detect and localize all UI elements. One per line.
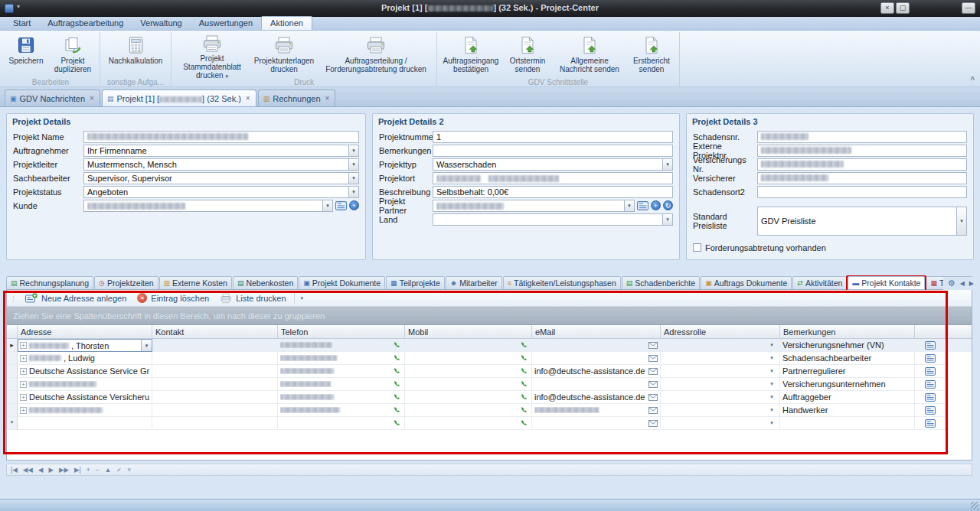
column-header-telefon[interactable]: Telefon — [278, 325, 405, 338]
add-record-icon[interactable]: + — [651, 200, 661, 210]
cell-adresse[interactable] — [18, 417, 152, 430]
contact-card-icon[interactable] — [925, 367, 936, 376]
versicherer-input[interactable] — [757, 172, 967, 184]
ribbon-collapse-icon[interactable]: ^ — [970, 76, 975, 84]
expand-icon[interactable]: + — [20, 407, 27, 414]
restore-button[interactable]: ▢ — [896, 2, 910, 14]
cell-kontakt[interactable] — [152, 339, 278, 352]
expand-icon[interactable]: + — [20, 381, 27, 388]
print-list-button[interactable]: Liste drucken — [215, 291, 290, 305]
dropdown-icon[interactable]: ▾ — [348, 145, 358, 156]
tab-contacts[interactable]: ▬Projekt Kontakte — [848, 276, 925, 290]
navigator-button[interactable]: ◀ — [38, 466, 44, 474]
ortstermin-button[interactable]: Ortstermin senden — [502, 32, 553, 78]
cell-email[interactable]: info@deutsche-assistance.de — [532, 365, 661, 378]
cell-email[interactable] — [532, 339, 661, 352]
dropdown-icon[interactable]: ▾ — [766, 368, 777, 374]
gear-icon[interactable]: ⚙ — [948, 278, 956, 288]
cell-mobil[interactable] — [405, 417, 532, 430]
tab-reports[interactable]: ▤Schadenberichte — [622, 276, 700, 290]
cell-adressrolle[interactable]: ▾ — [661, 339, 780, 352]
tab-documents[interactable]: ▣Projekt Dokumente — [299, 276, 385, 290]
cell-bemerkungen[interactable]: Versicherungsunternehmen — [780, 378, 915, 391]
duplicate-project-button[interactable]: Projekt duplizieren — [48, 32, 97, 78]
standard-preisliste-input[interactable]: GDV Preisliste▾ — [757, 207, 967, 236]
dropdown-icon[interactable]: ▾ — [766, 394, 777, 400]
column-header-adressrolle[interactable]: Adressrolle — [661, 325, 780, 338]
cell-email[interactable] — [532, 417, 661, 430]
minimize-button[interactable]: — — [962, 2, 975, 14]
expand-icon[interactable]: + — [20, 355, 27, 362]
phone-icon[interactable] — [521, 341, 529, 350]
contact-card-icon[interactable] — [637, 201, 648, 210]
tab-activities[interactable]: ⇄Aktivitäten — [792, 276, 847, 290]
projekttyp-input[interactable]: Wasserschaden▾ — [433, 158, 673, 171]
cell-bemerkungen[interactable] — [780, 417, 915, 430]
cell-bemerkungen[interactable]: Partnerregulierer — [780, 365, 915, 378]
forderungsabtretung-checkbox[interactable] — [693, 243, 701, 252]
cell-kontakt[interactable] — [152, 365, 278, 378]
cell-mobil[interactable] — [405, 378, 532, 391]
contact-row[interactable]: +Deutsche Assistance Versicheru, ng AGin… — [7, 391, 972, 404]
close-icon[interactable]: × — [90, 94, 94, 103]
dropdown-icon[interactable]: ▾ — [766, 407, 777, 413]
cell-kontakt[interactable] — [152, 391, 278, 404]
beschreibung-input[interactable]: Selbstbehalt: 0,00€ — [433, 186, 673, 198]
toolbar-dropdown-icon[interactable]: ▾ — [298, 295, 307, 301]
cell-adressrolle[interactable]: ▾ — [661, 404, 780, 417]
cell-adresse[interactable]: +, Thorsten▾ — [18, 339, 152, 352]
cell-bemerkungen[interactable]: Handwerker — [780, 404, 915, 417]
contact-row[interactable]: ▸+, Thorsten▾▾Versicherungsnehmer (VN) — [7, 339, 972, 352]
cell-telefon[interactable] — [278, 378, 405, 391]
dropdown-icon[interactable]: ▾ — [662, 214, 672, 225]
contact-card-icon[interactable] — [925, 380, 936, 389]
expand-icon[interactable]: + — [20, 342, 27, 349]
projektunterlagen-print-button[interactable]: Projektunterlagen drucken — [250, 32, 318, 78]
cell-mobil[interactable] — [405, 365, 532, 378]
envelope-icon[interactable] — [648, 381, 658, 388]
cell-adressrolle[interactable]: ▾ — [661, 352, 780, 365]
contact-card-icon[interactable] — [925, 341, 936, 350]
envelope-icon[interactable] — [648, 420, 658, 427]
cell-details[interactable] — [915, 378, 946, 391]
navigator-button[interactable]: ▶ — [48, 466, 54, 474]
phone-icon[interactable] — [394, 367, 402, 376]
contact-card-icon[interactable] — [925, 419, 936, 428]
close-button[interactable]: × — [880, 2, 894, 14]
ribbon-tab-verwaltung[interactable]: Verwaltung — [132, 17, 190, 30]
cell-details[interactable] — [915, 365, 946, 378]
phone-icon[interactable] — [394, 341, 402, 350]
tab-clock[interactable]: ◷Projektzeiten — [94, 276, 158, 290]
expand-icon[interactable]: + — [20, 394, 27, 401]
cell-adressrolle[interactable]: ▾ — [661, 378, 780, 391]
ribbon-tab-start[interactable]: Start — [5, 17, 39, 30]
cell-adresse[interactable]: + — [18, 404, 152, 417]
contact-card-icon[interactable] — [925, 406, 936, 415]
projekt-name-input[interactable] — [83, 131, 359, 143]
cell-mobil[interactable] — [405, 404, 532, 417]
cell-telefon[interactable] — [278, 391, 405, 404]
erstbericht-button[interactable]: Erstbericht senden — [626, 32, 677, 78]
contact-card-icon[interactable] — [335, 201, 347, 210]
navigator-button[interactable]: + — [87, 466, 90, 474]
contact-row[interactable]: +, Ludwig▾Schadensachbearbeiter — [7, 352, 972, 365]
phone-icon[interactable] — [521, 380, 529, 389]
bemerkungen-input[interactable] — [433, 145, 673, 157]
contact-row[interactable]: +Deutsche Assistance Service Gm, bHinfo@… — [7, 365, 972, 378]
contact-row[interactable]: *▾ — [7, 417, 972, 430]
sachbearbeiter-input[interactable]: Supervisor, Supervisor▾ — [83, 172, 359, 184]
dropdown-icon[interactable]: ▾ — [766, 355, 777, 361]
phone-icon[interactable] — [521, 419, 529, 428]
cell-kontakt[interactable] — [152, 378, 278, 391]
navigator-button[interactable]: |◀ — [11, 466, 18, 474]
projektort-input[interactable] — [433, 172, 673, 184]
cell-adresse[interactable]: +Deutsche Assistance Service Gm, bH — [18, 365, 152, 378]
cell-telefon[interactable] — [278, 365, 405, 378]
tab-tasks[interactable]: ≡Tätigkeiten/Leistungsphasen — [503, 276, 621, 290]
auftragserteilung-print-button[interactable]: Auftragserteilung / Forderungsabtretung … — [318, 32, 434, 78]
cell-adressrolle[interactable]: ▾ — [661, 391, 780, 404]
delete-entry-button[interactable]: × Eintrag löschen — [132, 291, 214, 304]
dropdown-icon[interactable]: ▾ — [766, 420, 777, 426]
dropdown-icon[interactable]: ▾ — [956, 207, 966, 235]
cell-bemerkungen[interactable]: Auftraggeber — [780, 391, 915, 404]
